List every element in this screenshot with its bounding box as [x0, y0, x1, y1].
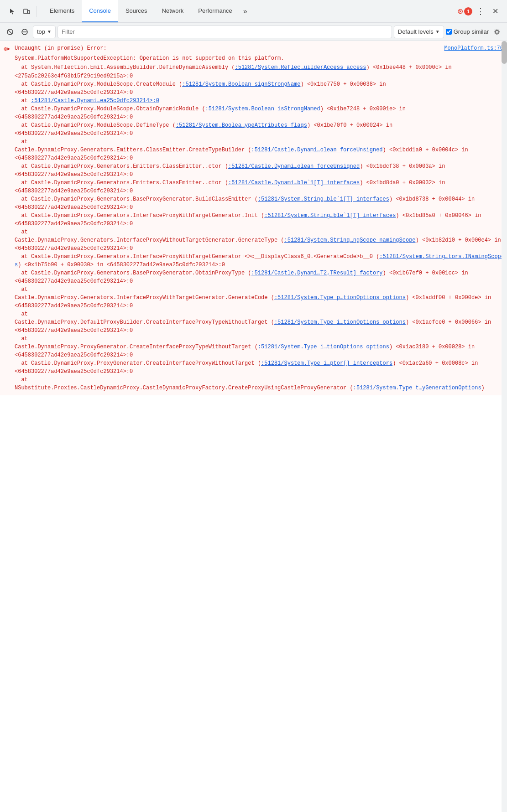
console-toolbar: top ▼ Default levels ▼ Group similar	[0, 23, 507, 41]
tab-elements[interactable]: Elements	[42, 0, 82, 22]
stack-line-5: <6458302277ad42e9aea25c0dfc293214>:0	[15, 88, 507, 97]
stack-line-31: at	[15, 310, 507, 318]
stack-line-28: at	[15, 285, 507, 294]
stack-line-32: Castle.DynamicProxy.DefaultProxyBuilder.…	[15, 318, 507, 326]
stack-line-17: <6458302277ad42e9aea25c0dfc293214>:0	[15, 187, 507, 195]
tab-network[interactable]: Network	[155, 0, 191, 22]
tabs-list: Elements Console Sources Network Perform…	[42, 0, 454, 22]
stack-line-14: at Castle.DynamicProxy.Generators.Emitte…	[15, 162, 507, 171]
settings-icon[interactable]	[491, 26, 503, 38]
stack-line-19: <6458302277ad42e9aea25c0dfc293214>:0	[15, 203, 507, 212]
stack-line-35: Castle.DynamicProxy.ProxyGenerator.Creat…	[15, 343, 507, 351]
svg-rect-0	[24, 9, 27, 14]
link-3[interactable]: :51281/Castle.Dynami…ea25c0dfc293214>:0	[31, 98, 159, 104]
stack-line-2: at System.Reflection.Emit.AssemblyBuilde…	[15, 63, 507, 72]
devtools-tab-bar: Elements Console Sources Network Perform…	[0, 0, 507, 23]
link-7[interactable]: :51281/Castle.Dynami…olean forceUnsigned	[228, 163, 360, 170]
link-10[interactable]: :51281/System.String…ble`1[T]_interfaces	[264, 212, 396, 219]
svg-rect-1	[28, 10, 30, 14]
link-8[interactable]: :51281/Castle.Dynami…ble`1[T]_interfaces	[228, 180, 360, 186]
chevron-down-icon: ▼	[47, 29, 52, 34]
tab-icon-group	[2, 5, 42, 18]
levels-chevron-icon: ▼	[435, 29, 440, 34]
block-icon[interactable]	[18, 26, 31, 38]
clear-console-button[interactable]	[4, 26, 16, 38]
stack-line-11: at	[15, 138, 507, 146]
stack-line-13: <6458302277ad42e9aea25c0dfc293214>:0	[15, 154, 507, 162]
stack-line-20: at Castle.DynamicProxy.Generators.Interf…	[15, 212, 507, 220]
error-line-icon: ⊗ ▶	[0, 44, 15, 53]
link-17[interactable]: :51281/System.Type i…ptor[]_interceptors	[261, 360, 392, 367]
link-18[interactable]: :51281/System.Type t…yGenerationOptions	[353, 385, 481, 391]
link-16[interactable]: :51281/System.Type i…tionOptions options	[258, 344, 389, 350]
stack-line-37: at Castle.DynamicProxy.ProxyGenerator.Cr…	[15, 359, 507, 367]
stack-line-36: <6458302277ad42e9aea25c0dfc293214>:0	[15, 351, 507, 359]
error-source-link[interactable]: MonoPlatform.ts:70	[444, 44, 503, 52]
link-4[interactable]: :51281/System.Boolean isStrongNamed	[205, 106, 320, 112]
error-header-line: ⊗ ▶ Uncaught (in promise) Error: MonoPla…	[0, 44, 507, 54]
tab-performance[interactable]: Performance	[191, 0, 239, 22]
tab-sources[interactable]: Sources	[118, 0, 155, 22]
error-circle-icon: ⊗	[457, 8, 463, 15]
context-selector[interactable]: top ▼	[33, 26, 56, 38]
link-2[interactable]: :51281/System.Boolean signStrongName	[182, 81, 300, 88]
stack-line-12: Castle.DynamicProxy.Generators.Emitters.…	[15, 146, 507, 154]
link-14[interactable]: :51281/System.Type p…tionOptions options	[274, 295, 406, 301]
link-9[interactable]: :51281/System.String…ble`1[T]_interfaces	[258, 196, 389, 202]
stack-line-1: System.PlatformNotSupportedException: Op…	[15, 54, 507, 63]
link-12[interactable]: :51281/System.String…tors.INamingScope s	[15, 253, 507, 268]
separator	[37, 6, 37, 17]
svg-point-6	[496, 31, 498, 33]
link-1[interactable]: :51281/System.Reflec…uilderAccess access	[235, 64, 366, 71]
levels-dropdown[interactable]: Default levels ▼	[394, 26, 444, 38]
stack-line-38: <6458302277ad42e9aea25c0dfc293214>:0	[15, 367, 507, 376]
more-tabs-button[interactable]: »	[240, 7, 251, 16]
error-stack-trace: System.PlatformNotSupportedException: Op…	[0, 54, 507, 392]
stack-line-7: at Castle.DynamicProxy.ModuleScope.Obtai…	[15, 105, 507, 113]
stack-line-26: at Castle.DynamicProxy.Generators.BasePr…	[15, 269, 507, 277]
stack-line-4: at Castle.DynamicProxy.ModuleScope.Creat…	[15, 80, 507, 88]
more-options-icon[interactable]: ⋮	[474, 5, 487, 18]
stack-line-23: Castle.DynamicProxy.Generators.Interface…	[15, 236, 507, 244]
error-circle-icon2: ⊗	[4, 45, 7, 53]
stack-line-24: <6458302277ad42e9aea25c0dfc293214>:0	[15, 244, 507, 253]
link-6[interactable]: :51281/Castle.Dynami…olean forceUnsigned	[251, 147, 382, 153]
error-header-content: Uncaught (in promise) Error: MonoPlatfor…	[15, 44, 503, 52]
tab-action-group: ⊗ 1 ⋮ ✕	[454, 5, 505, 18]
stack-line-40: NSubstitute.Proxies.CastleDynamicProxy.C…	[15, 384, 507, 392]
svg-line-3	[8, 30, 12, 34]
stack-line-8: <6458302277ad42e9aea25c0dfc293214>:0	[15, 113, 507, 121]
stack-line-21: <6458302277ad42e9aea25c0dfc293214>:0	[15, 220, 507, 228]
expand-triangle[interactable]: ▶	[7, 45, 10, 53]
scrollbar-track	[502, 41, 507, 807]
device-icon[interactable]	[20, 5, 33, 18]
console-output: ⊗ ▶ Uncaught (in promise) Error: MonoPla…	[0, 41, 507, 807]
group-similar-checkbox-label[interactable]: Group similar	[446, 28, 489, 35]
close-icon[interactable]: ✕	[489, 5, 502, 18]
link-13[interactable]: :51281/Castle.Dynami…T2,TResult]_factory	[251, 270, 383, 276]
scrollbar-thumb[interactable]	[502, 41, 507, 64]
stack-line-6: at :51281/Castle.Dynami…ea25c0dfc293214>…	[15, 97, 507, 105]
stack-line-39: at	[15, 376, 507, 384]
group-similar-checkbox[interactable]	[446, 29, 452, 35]
stack-line-15: <6458302277ad42e9aea25c0dfc293214>:0	[15, 171, 507, 179]
cursor-icon[interactable]	[5, 5, 18, 18]
stack-line-27: <6458302277ad42e9aea25c0dfc293214>:0	[15, 277, 507, 285]
stack-line-3: <275a5c20263e4f63b15f29c19ed9215a>:0	[15, 72, 507, 80]
stack-line-33: <6458302277ad42e9aea25c0dfc293214>:0	[15, 326, 507, 335]
tab-console[interactable]: Console	[82, 0, 118, 22]
stack-line-22: at	[15, 228, 507, 236]
stack-line-34: at	[15, 335, 507, 343]
stack-line-18: at Castle.DynamicProxy.Generators.BasePr…	[15, 195, 507, 203]
error-entry: ⊗ ▶ Uncaught (in promise) Error: MonoPla…	[0, 41, 507, 395]
filter-input[interactable]	[57, 26, 392, 38]
link-15[interactable]: :51281/System.Type i…tionOptions options	[274, 319, 406, 326]
link-11[interactable]: :51281/System.String…ngScope namingScope	[284, 237, 416, 243]
error-badge-group[interactable]: ⊗ 1	[457, 7, 472, 16]
stack-line-10: <6458302277ad42e9aea25c0dfc293214>:0	[15, 129, 507, 138]
stack-line-25: at Castle.DynamicProxy.Generators.Interf…	[15, 253, 507, 269]
stack-line-16: at Castle.DynamicProxy.Generators.Emitte…	[15, 179, 507, 187]
stack-line-29: Castle.DynamicProxy.Generators.Interface…	[15, 294, 507, 302]
link-5[interactable]: :51281/System.Boolea…ypeAttributes flags	[176, 122, 307, 129]
error-count-badge: 1	[464, 7, 472, 16]
